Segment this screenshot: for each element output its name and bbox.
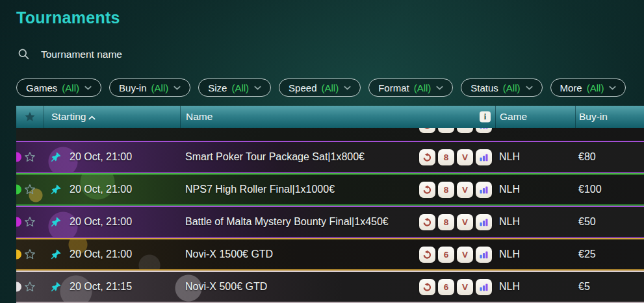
chevron-down-icon xyxy=(254,86,261,90)
variant-v-badge: V xyxy=(457,182,473,198)
table-row[interactable]: 20 Oct, 21:15 Novi-X 500€ GTD 6V NLH €5 xyxy=(16,271,644,303)
filter-button[interactable]: Games (All) xyxy=(16,79,101,97)
game-type: NLH xyxy=(495,248,575,260)
filter-button[interactable]: Status (All) xyxy=(461,79,542,97)
filter-label: More xyxy=(560,82,582,93)
favorites-column-header[interactable] xyxy=(16,106,44,128)
badge-group: 6V xyxy=(419,247,492,263)
filter-value: (All) xyxy=(321,82,339,93)
tournament-name: Smart Poker Tour Package Sat|1x800€ xyxy=(185,151,365,163)
seats-8-badge: 8 xyxy=(438,128,454,133)
badge-group: 8V xyxy=(419,182,492,198)
game-type: NLH xyxy=(495,151,575,163)
star-icon xyxy=(24,111,36,123)
filter-button[interactable]: Speed (All) xyxy=(279,79,361,97)
start-time: 20 Oct, 21:00 xyxy=(70,216,132,228)
variant-v-badge: V xyxy=(457,247,473,263)
variant-v-badge: V xyxy=(457,149,473,165)
buyin-amount: €50 xyxy=(575,216,644,228)
table-row[interactable]: 20 Oct, 21:00 Smart Poker Tour Package S… xyxy=(16,141,644,173)
badge-group: 8V xyxy=(419,214,492,230)
chevron-down-icon xyxy=(609,86,616,90)
start-time: 20 Oct, 21:00 xyxy=(70,184,132,195)
filter-label: Speed xyxy=(289,82,316,93)
filter-value: (All) xyxy=(414,82,431,93)
tournaments-table: Starting Name i Game Buy-in xyxy=(16,106,644,303)
seats-6-badge: 6 xyxy=(438,279,454,295)
filter-label: Format xyxy=(378,82,409,93)
reentry-icon xyxy=(419,149,435,165)
favorite-star-icon[interactable] xyxy=(24,248,36,260)
filter-label: Games xyxy=(26,82,57,93)
favorite-star-icon[interactable] xyxy=(24,216,36,228)
filter-button[interactable]: Size (All) xyxy=(198,79,271,97)
reentry-icon xyxy=(419,182,435,198)
name-column-header[interactable]: Name i xyxy=(180,106,495,128)
sort-asc-icon xyxy=(88,115,96,120)
search-bar xyxy=(18,48,249,60)
buyin-amount: €80 xyxy=(575,151,644,163)
favorite-star-icon[interactable] xyxy=(24,184,36,195)
buyin-column-header[interactable]: Buy-in xyxy=(575,106,644,128)
table-body: 8V 20 Oct, 21:00 Smart Poker Tour Packag… xyxy=(16,128,644,303)
start-time: 20 Oct, 21:00 xyxy=(70,248,132,260)
tournament-lobby: Tournaments Games (All) Buy-in (All) Siz… xyxy=(0,0,644,303)
filter-label: Size xyxy=(208,82,227,93)
seats-6-badge: 6 xyxy=(438,247,454,263)
start-time: 20 Oct, 21:15 xyxy=(70,281,132,293)
reentry-icon xyxy=(419,214,435,230)
blind-structure-chart-icon xyxy=(476,279,492,295)
blind-structure-chart-icon xyxy=(476,247,492,263)
table-row[interactable]: 20 Oct, 21:00 Novi-X 1500€ GTD 6V NLH €2… xyxy=(16,238,644,271)
buyin-amount: €100 xyxy=(575,184,644,195)
chevron-down-icon xyxy=(174,86,181,90)
badge-group: 8V xyxy=(419,128,492,133)
tournament-name: Novi-X 1500€ GTD xyxy=(185,248,273,260)
badge-group: 6V xyxy=(419,279,492,295)
favorite-star-icon[interactable] xyxy=(24,281,36,293)
buyin-amount: €5 xyxy=(575,281,644,293)
reentry-icon xyxy=(419,128,435,133)
seats-8-badge: 8 xyxy=(438,182,454,198)
filter-value: (All) xyxy=(62,82,79,93)
table-row[interactable]: 8V xyxy=(16,128,644,141)
filter-label: Status xyxy=(470,82,498,93)
favorite-star-icon[interactable] xyxy=(24,151,36,163)
pin-icon[interactable] xyxy=(50,248,62,260)
variant-v-badge: V xyxy=(457,279,473,295)
filter-button[interactable]: More (All) xyxy=(550,79,626,97)
info-icon[interactable]: i xyxy=(480,112,491,123)
table-row[interactable]: 20 Oct, 21:00 NPS7 High Roller Final|1x1… xyxy=(16,173,644,206)
blind-structure-chart-icon xyxy=(476,182,492,198)
pin-icon[interactable] xyxy=(50,216,62,228)
chevron-down-icon xyxy=(526,86,533,90)
starting-column-header[interactable]: Starting xyxy=(44,106,180,128)
start-time: 20 Oct, 21:00 xyxy=(70,151,132,163)
filter-value: (All) xyxy=(231,82,249,93)
table-row[interactable]: 20 Oct, 21:00 Battle of Malta Mystery Bo… xyxy=(16,206,644,238)
seats-8-badge: 8 xyxy=(438,149,454,165)
search-icon xyxy=(18,48,30,60)
search-input[interactable] xyxy=(41,49,249,60)
variant-v-badge: V xyxy=(457,214,473,230)
chevron-down-icon xyxy=(436,86,443,90)
filter-button[interactable]: Buy-in (All) xyxy=(109,79,190,97)
filter-button[interactable]: Format (All) xyxy=(368,79,453,97)
tournament-name: NPS7 High Roller Final|1x1000€ xyxy=(185,184,335,195)
game-column-header[interactable]: Game xyxy=(495,106,575,128)
blind-structure-chart-icon xyxy=(476,128,492,133)
badge-group: 8V xyxy=(419,149,492,165)
filter-value: (All) xyxy=(503,82,521,93)
reentry-icon xyxy=(419,279,435,295)
game-type: NLH xyxy=(495,281,575,293)
filter-bar: Games (All) Buy-in (All) Size (All) Spee… xyxy=(16,79,644,98)
chevron-down-icon xyxy=(344,86,351,90)
pin-icon[interactable] xyxy=(50,281,62,293)
pin-icon[interactable] xyxy=(50,151,62,163)
pin-icon[interactable] xyxy=(50,184,62,195)
table-header: Starting Name i Game Buy-in xyxy=(16,106,644,128)
blind-structure-chart-icon xyxy=(476,214,492,230)
page-title: Tournaments xyxy=(16,8,120,27)
tournament-name: Battle of Malta Mystery Bounty Final|1x4… xyxy=(185,216,389,228)
tournament-name: Novi-X 500€ GTD xyxy=(185,281,267,293)
